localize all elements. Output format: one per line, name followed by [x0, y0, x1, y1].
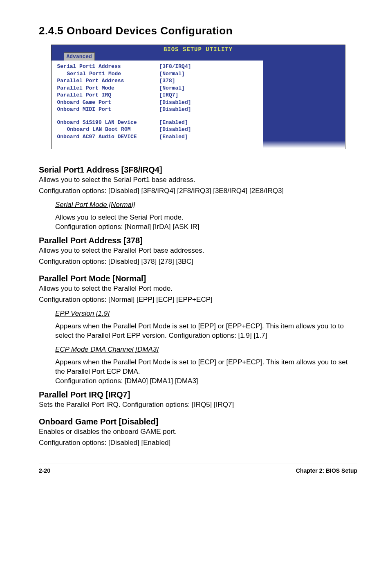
bios-value: [IRQ7] — [159, 92, 179, 99]
bios-header: BIOS SETUP UTILITY Advanced — [52, 45, 345, 61]
desc-text: Appears when the Parallel Port Mode is s… — [55, 322, 357, 341]
chapter-label: Chapter 2: BIOS Setup — [296, 467, 357, 474]
bios-value: [378] — [159, 77, 175, 85]
subheading-serial-port-mode: Serial Port Mode [Normal] — [55, 201, 357, 209]
bios-value: [Normal] — [159, 70, 185, 78]
bios-settings-panel: Serial Port1 Address[3F8/IRQ4] Serial Po… — [52, 61, 263, 148]
bios-value: [Enabled] — [159, 133, 188, 141]
desc-text: Configuration options: [Normal] [IrDA] [… — [55, 222, 357, 232]
desc-text: Appears when the Parallel Port Mode is s… — [55, 358, 357, 377]
bios-label: Onboard MIDI Port — [57, 106, 159, 113]
heading-parallel-irq: Parallel Port IRQ [IRQ7] — [39, 390, 357, 399]
bios-title: BIOS SETUP UTILITY — [52, 45, 345, 54]
bios-label: Serial Port1 Mode — [57, 70, 159, 78]
bios-label: Onboard Game Port — [57, 99, 159, 106]
desc-text: Configuration options: [Disabled] [378] … — [39, 257, 357, 267]
desc-text: Configuration options: [Disabled] [3F8/I… — [39, 186, 357, 196]
page-number: 2-20 — [39, 467, 50, 474]
bios-value: [3F8/IRQ4] — [159, 63, 191, 70]
bios-label: Onboard SiS190 LAN Device — [57, 119, 159, 126]
bios-screenshot: BIOS SETUP UTILITY Advanced Serial Port1… — [51, 45, 345, 149]
bios-label: Onboard LAN Boot ROM — [57, 126, 159, 133]
bios-tab-advanced: Advanced — [64, 52, 95, 61]
bios-help-panel — [263, 61, 345, 148]
bios-label: Parallel Port Address — [57, 77, 159, 85]
bios-value: [Disabled] — [159, 126, 191, 133]
desc-text: Allows you to select the Parallel Port b… — [39, 246, 357, 256]
page-footer: 2-20 Chapter 2: BIOS Setup — [39, 464, 357, 474]
heading-parallel-address: Parallel Port Address [378] — [39, 236, 357, 245]
heading-serial-port1: Serial Port1 Address [3F8/IRQ4] — [39, 165, 357, 175]
bios-value: [Normal] — [159, 85, 185, 92]
bios-label: Onboard AC97 Audio DEVICE — [57, 133, 159, 141]
subheading-ecp-dma: ECP Mode DMA Channel [DMA3] — [55, 346, 357, 354]
bios-value: [Disabled] — [159, 99, 191, 106]
heading-game-port: Onboard Game Port [Disabled] — [39, 417, 357, 426]
bios-label: Parallel Port Mode — [57, 85, 159, 92]
bios-label: Parallel Port IRQ — [57, 92, 159, 99]
desc-text: Allows you to select the Serial Port1 ba… — [39, 175, 357, 185]
desc-text: Allows you to select the Parallel Port m… — [39, 284, 357, 294]
heading-parallel-mode: Parallel Port Mode [Normal] — [39, 274, 357, 283]
desc-text: Enables or disables the onboard GAME por… — [39, 427, 357, 437]
desc-text: Configuration options: [Disabled] [Enabl… — [39, 438, 357, 448]
desc-text: Configuration options: [Normal] [EPP] [E… — [39, 295, 357, 305]
subheading-epp-version: EPP Version [1.9] — [55, 310, 357, 318]
section-title: 2.4.5 Onboard Devices Configuration — [39, 25, 357, 37]
desc-text: Configuration options: [DMA0] [DMA1] [DM… — [55, 377, 357, 386]
desc-text: Sets the Parallel Port IRQ. Configuratio… — [39, 400, 357, 410]
bios-value: [Enabled] — [159, 119, 188, 126]
desc-text: Allows you to select the Serial Port mod… — [55, 213, 357, 222]
bios-value: [Disabled] — [159, 106, 191, 113]
bios-label: Serial Port1 Address — [57, 63, 159, 70]
